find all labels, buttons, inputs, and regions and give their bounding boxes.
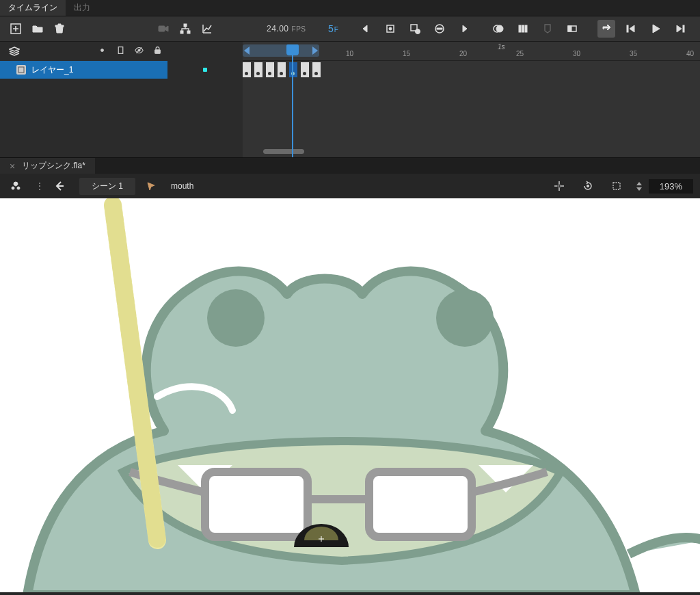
symbol-icon [142, 177, 160, 195]
svg-point-13 [496, 25, 503, 32]
lock-col-icon[interactable] [153, 46, 162, 57]
rotate-stage-button[interactable] [579, 177, 597, 195]
ruler-tick: 35 [630, 50, 637, 57]
outline-col-icon[interactable] [116, 46, 125, 57]
fps-value: 24.00 [267, 24, 289, 34]
zoom-stepper[interactable] [636, 182, 642, 191]
svg-rect-4 [187, 31, 190, 34]
svg-rect-22 [118, 47, 123, 54]
ruler-tick: 25 [516, 50, 524, 57]
layer-name: レイヤー_1 [31, 64, 73, 76]
layers-panel-icon[interactable] [5, 42, 23, 60]
timeline-ruler[interactable]: 1s 10 15 20 25 30 35 40 [243, 42, 700, 61]
svg-rect-2 [184, 24, 187, 27]
layer-row[interactable]: レイヤー_1 [0, 61, 167, 79]
auto-keyframe-button[interactable]: A [406, 20, 424, 38]
frame-view-button[interactable] [563, 20, 581, 38]
delete-layer-button[interactable] [51, 20, 68, 38]
edit-scene-icon[interactable] [7, 177, 25, 195]
svg-rect-3 [180, 31, 183, 34]
onion-skin-range[interactable] [243, 44, 319, 57]
file-name: リップシンク.fla* [22, 160, 85, 172]
frame-label: F [334, 26, 338, 34]
svg-rect-18 [568, 26, 571, 31]
loop-button[interactable] [597, 20, 615, 38]
svg-point-21 [100, 49, 103, 51]
fps-display[interactable]: 24.00 FPS [267, 24, 306, 34]
current-frame-display[interactable]: 5 F [328, 23, 338, 34]
prev-keyframe-button[interactable] [357, 20, 375, 38]
svg-rect-33 [205, 472, 308, 537]
svg-point-31 [207, 289, 265, 347]
insert-keyframe-button[interactable] [381, 20, 399, 38]
svg-rect-1 [159, 26, 165, 31]
svg-point-28 [558, 185, 561, 187]
clip-stage-button[interactable] [608, 177, 625, 195]
folder-button[interactable] [29, 20, 46, 38]
svg-point-6 [389, 27, 392, 30]
file-tab[interactable]: × リップシンク.fla* [0, 158, 95, 174]
keyframe[interactable] [254, 62, 262, 77]
hierarchy-button[interactable] [176, 20, 194, 38]
play-button[interactable] [647, 20, 664, 38]
svg-point-27 [17, 187, 20, 189]
time-marker: 1s [498, 43, 505, 51]
camera-button[interactable] [154, 20, 172, 38]
layer-type-icon [16, 65, 26, 75]
center-stage-button[interactable] [550, 177, 568, 195]
svg-rect-25 [18, 67, 24, 72]
fps-label: FPS [292, 25, 306, 33]
svg-point-29 [587, 185, 589, 187]
stage-canvas[interactable] [0, 198, 700, 592]
svg-rect-15 [522, 25, 524, 32]
step-back-button[interactable] [622, 20, 640, 38]
svg-point-26 [12, 187, 14, 189]
svg-point-32 [436, 289, 494, 347]
graph-button[interactable] [198, 20, 216, 38]
keyframe-selected[interactable] [289, 62, 297, 77]
svg-rect-16 [525, 25, 527, 32]
frame-track[interactable] [243, 61, 700, 79]
keyframe[interactable] [301, 62, 309, 77]
scene-breadcrumb[interactable]: シーン 1 [79, 178, 135, 195]
svg-rect-24 [154, 50, 160, 54]
next-keyframe-button[interactable] [455, 20, 473, 38]
marker-button[interactable] [539, 20, 556, 38]
back-button[interactable] [51, 177, 68, 195]
keyframe[interactable] [266, 62, 274, 77]
ruler-tick: 20 [459, 50, 467, 57]
svg-rect-11 [437, 28, 442, 29]
svg-rect-30 [613, 183, 620, 189]
symbol-name[interactable]: mouth [171, 181, 193, 191]
remove-frame-button[interactable] [431, 20, 448, 38]
timeline-scrollbar[interactable] [263, 149, 304, 154]
ruler-tick: 10 [346, 50, 353, 57]
visibility-col-icon[interactable] [135, 46, 144, 57]
ruler-tick: 30 [573, 50, 580, 57]
keyframe[interactable] [278, 62, 286, 77]
svg-rect-20 [683, 25, 684, 32]
keyframe[interactable] [312, 62, 321, 77]
ruler-tick: 40 [686, 50, 694, 57]
playhead[interactable] [286, 44, 299, 60]
onion-skin-button[interactable] [489, 20, 507, 38]
zoom-display[interactable]: 193% [649, 179, 693, 194]
tab-output[interactable]: 出力 [66, 0, 98, 16]
svg-rect-19 [627, 25, 628, 32]
step-forward-button[interactable] [671, 20, 689, 38]
add-layer-button[interactable] [7, 20, 25, 38]
highlight-col-icon[interactable] [98, 46, 107, 57]
close-file-icon[interactable]: × [10, 161, 15, 172]
layer-active-marker[interactable] [203, 68, 207, 72]
keyframe[interactable] [243, 62, 251, 77]
svg-rect-34 [369, 472, 472, 537]
tab-timeline[interactable]: タイムライン [0, 0, 66, 16]
frame-value: 5 [328, 23, 334, 34]
edit-multiple-frames-button[interactable] [514, 20, 532, 38]
ruler-tick: 15 [403, 50, 410, 57]
svg-rect-14 [519, 25, 521, 32]
